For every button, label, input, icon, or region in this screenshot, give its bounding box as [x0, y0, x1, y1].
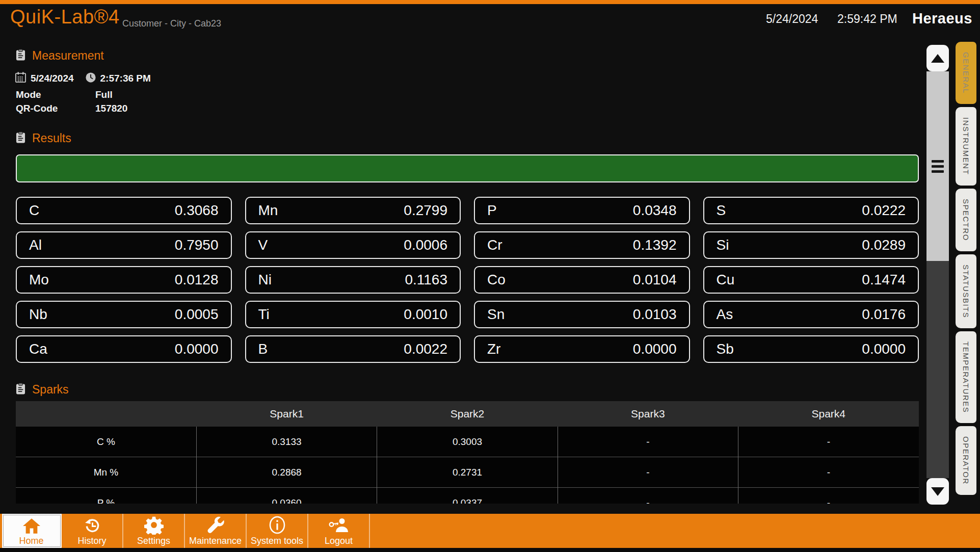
scrollbar-track[interactable]: [926, 261, 949, 478]
header-date: 5/24/2024: [766, 12, 818, 26]
element-value: 0.0000: [633, 341, 677, 357]
element-symbol: C: [29, 202, 39, 219]
element-symbol: Nb: [29, 306, 47, 323]
quiklab-screen: QuiK-Lab®4 Customer - City - Cab23 5/24/…: [0, 0, 980, 552]
element-cell-cr: Cr0.1392: [474, 231, 690, 259]
element-value: 0.0010: [404, 306, 447, 323]
tab-operator[interactable]: OPERATOR: [956, 426, 976, 495]
nav-label: Settings: [137, 536, 170, 546]
sparks-cell: -: [558, 488, 738, 504]
element-value: 0.0176: [862, 306, 906, 323]
tab-instrument[interactable]: INSTRUMENT: [956, 107, 976, 185]
element-value: 0.3068: [175, 202, 219, 219]
element-cell-p: P0.0348: [474, 197, 690, 224]
element-value: 0.0348: [633, 202, 677, 219]
element-value: 0.0000: [862, 341, 906, 357]
mode-label: Mode: [16, 89, 95, 100]
scroll-up-button[interactable]: [926, 45, 949, 71]
vertical-scrollbar[interactable]: [926, 45, 949, 505]
element-results-grid: C0.3068 Mn0.2799 P0.0348 S0.0222 Al0.795…: [16, 197, 919, 363]
element-cell-s: S0.0222: [703, 197, 919, 224]
history-button[interactable]: History: [62, 514, 123, 548]
table-row: C % 0.3133 0.3003 - -: [16, 427, 919, 457]
clock-icon: [85, 72, 96, 86]
element-symbol: Co: [487, 272, 506, 288]
sparks-cell: -: [558, 427, 738, 457]
calendar-icon: [15, 71, 27, 86]
element-cell-cu: Cu0.1474: [703, 266, 919, 294]
element-symbol: Zr: [487, 341, 500, 357]
sparks-cell: -: [738, 427, 919, 457]
sparks-table-viewport: Spark1 Spark2 Spark3 Spark4 C % 0.3133 0…: [16, 401, 919, 504]
table-row: Mn % 0.2868 0.2731 - -: [16, 457, 919, 488]
measurement-time: 2:57:36 PM: [100, 73, 151, 84]
tab-spectro[interactable]: SPECTRO: [956, 189, 976, 251]
element-value: 0.0022: [404, 341, 447, 357]
element-symbol: Mn: [258, 202, 278, 219]
element-value: 0.0000: [175, 341, 219, 357]
sparks-col-header: [16, 401, 196, 427]
sparks-cell: 0.0360: [196, 488, 377, 504]
header-time: 2:59:42 PM: [837, 12, 897, 26]
scroll-down-button[interactable]: [926, 478, 949, 505]
bottom-edge-strip: [0, 548, 980, 552]
wrench-icon: [206, 515, 225, 535]
app-title: QuiK-Lab®4: [10, 6, 120, 28]
qrcode-value: 157820: [95, 103, 127, 114]
element-value: 0.0128: [175, 272, 219, 288]
element-cell-ni: Ni0.1163: [245, 266, 461, 294]
sparks-section-title: Sparks: [16, 383, 69, 397]
settings-button[interactable]: Settings: [123, 514, 185, 548]
grip-icon: [932, 160, 944, 173]
element-cell-zr: Zr0.0000: [474, 335, 690, 363]
element-cell-al: Al0.7950: [16, 231, 232, 259]
home-button[interactable]: Home: [2, 514, 62, 548]
element-symbol: P: [487, 202, 497, 219]
element-cell-ti: Ti0.0010: [245, 301, 461, 328]
sparks-cell: -: [558, 457, 738, 488]
element-symbol: Cu: [717, 272, 735, 288]
gear-icon: [144, 515, 164, 535]
sparks-cell: -: [738, 488, 919, 504]
element-cell-sb: Sb0.0000: [703, 335, 919, 363]
scrollbar-thumb[interactable]: [926, 71, 949, 261]
element-value: 0.1163: [405, 272, 447, 288]
element-symbol: B: [258, 341, 268, 357]
nav-label: System tools: [251, 536, 303, 546]
element-cell-as: As0.0176: [703, 301, 919, 328]
element-value: 0.0005: [175, 306, 219, 323]
sparks-cell: 0.2731: [377, 457, 558, 488]
nav-buttons: Home History Settings Maintenance: [2, 514, 370, 548]
logout-button[interactable]: Logout: [308, 514, 370, 548]
measurement-date: 5/24/2024: [31, 73, 74, 84]
element-value: 0.1474: [862, 272, 906, 288]
element-symbol: S: [717, 202, 726, 219]
heraeus-logo: Heraeus: [912, 10, 972, 27]
element-symbol: Ni: [258, 272, 272, 288]
logout-key-user-icon: [328, 515, 350, 535]
element-symbol: As: [717, 306, 733, 323]
system-tools-button[interactable]: System tools: [247, 514, 308, 548]
history-icon: [83, 515, 101, 535]
element-cell-si: Si0.0289: [703, 231, 919, 259]
sparks-row-label: C %: [16, 427, 196, 457]
element-cell-b: B0.0022: [245, 335, 461, 363]
tab-general[interactable]: GENERAL: [956, 42, 976, 104]
element-symbol: Mo: [29, 272, 49, 288]
element-cell-mo: Mo0.0128: [16, 266, 232, 294]
element-symbol: V: [258, 237, 268, 253]
tab-statusbits[interactable]: STATUSBITS: [956, 254, 976, 328]
top-accent-strip: [0, 0, 980, 4]
sparks-table: Spark1 Spark2 Spark3 Spark4 C % 0.3133 0…: [16, 401, 919, 504]
element-cell-ca: Ca0.0000: [16, 335, 232, 363]
element-cell-co: Co0.0104: [474, 266, 690, 294]
element-cell-v: V0.0006: [245, 231, 461, 259]
qrcode-label: QR-Code: [16, 103, 95, 114]
element-value: 0.7950: [175, 237, 219, 253]
tab-temperatures[interactable]: TEMPERATURES: [956, 331, 976, 423]
measurement-datetime: 5/24/2024 2:57:36 PM: [15, 71, 151, 86]
measurement-mode-row: Mode Full: [16, 89, 113, 100]
element-cell-nb: Nb0.0005: [16, 301, 232, 328]
maintenance-button[interactable]: Maintenance: [185, 514, 247, 548]
element-value: 0.0103: [633, 306, 677, 323]
